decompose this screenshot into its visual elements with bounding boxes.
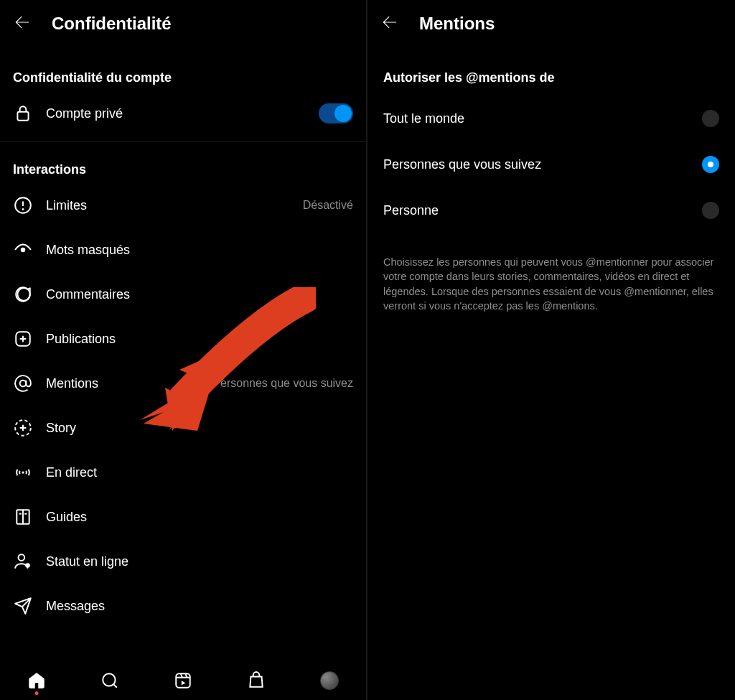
- privacy-settings-pane: Confidentialité Confidentialité du compt…: [0, 0, 368, 700]
- option-people-you-follow-label: Personnes que vous suivez: [383, 157, 541, 172]
- hidden-words-label: Mots masqués: [46, 243, 130, 258]
- live-label: En direct: [46, 465, 97, 480]
- mentions-value: Personnes que vous suivez: [212, 377, 353, 390]
- row-hidden-words[interactable]: Mots masqués: [0, 228, 366, 272]
- row-limits[interactable]: Limites Désactivé: [0, 183, 366, 228]
- activity-status-icon: [13, 551, 33, 571]
- option-people-you-follow[interactable]: Personnes que vous suivez: [368, 141, 735, 187]
- radio-everyone[interactable]: [702, 110, 719, 127]
- at-sign-icon: [13, 373, 33, 393]
- radio-no-one[interactable]: [702, 202, 719, 219]
- row-comments[interactable]: Commentaires: [0, 272, 366, 317]
- comment-icon: [13, 284, 33, 304]
- comments-label: Commentaires: [46, 287, 130, 302]
- limits-value: Désactivé: [303, 199, 353, 212]
- svg-point-19: [25, 563, 30, 568]
- lock-icon: [13, 103, 33, 123]
- radio-people-you-follow[interactable]: [702, 156, 719, 173]
- back-arrow-icon[interactable]: [380, 13, 399, 34]
- nav-home[interactable]: [27, 671, 47, 691]
- profile-avatar: [320, 671, 339, 690]
- option-no-one[interactable]: Personne: [368, 187, 735, 233]
- bottom-navigation: [0, 661, 366, 700]
- messages-label: Messages: [46, 599, 105, 614]
- svg-point-18: [19, 554, 25, 561]
- option-no-one-label: Personne: [383, 203, 439, 218]
- posts-label: Publications: [46, 332, 116, 347]
- page-title-mentions: Mentions: [419, 14, 495, 34]
- svg-line-21: [113, 684, 116, 687]
- nav-profile[interactable]: [319, 671, 340, 691]
- row-posts[interactable]: Publications: [0, 317, 366, 361]
- row-live[interactable]: En direct: [0, 450, 366, 495]
- section-account-privacy: Confidentialité du compte: [0, 42, 366, 91]
- svg-point-20: [103, 673, 115, 686]
- mentions-description: Choisissez les personnes qui peuvent vou…: [368, 233, 735, 313]
- section-interactions: Interactions: [0, 142, 366, 183]
- private-account-label: Compte privé: [46, 106, 123, 121]
- option-everyone-label: Tout le monde: [383, 111, 464, 126]
- nav-search[interactable]: [100, 671, 120, 691]
- guide-book-icon: [13, 507, 33, 527]
- nav-shop[interactable]: [246, 671, 266, 691]
- mentions-label: Mentions: [46, 376, 98, 391]
- section-allow-mentions: Autoriser les @mentions de: [368, 42, 735, 95]
- row-activity-status[interactable]: Statut en ligne: [0, 539, 366, 584]
- row-story[interactable]: Story: [0, 406, 366, 450]
- row-guides[interactable]: Guides: [0, 495, 366, 539]
- header-right: Mentions: [368, 0, 735, 42]
- svg-rect-22: [176, 673, 190, 688]
- send-message-icon: [13, 596, 33, 616]
- row-messages[interactable]: Messages: [0, 584, 366, 628]
- private-account-toggle[interactable]: [319, 103, 353, 123]
- mentions-settings-pane: Mentions Autoriser les @mentions de Tout…: [368, 0, 735, 700]
- option-everyone[interactable]: Tout le monde: [368, 95, 735, 141]
- svg-point-9: [20, 381, 27, 387]
- guides-label: Guides: [46, 510, 87, 525]
- svg-rect-0: [17, 112, 28, 121]
- svg-point-4: [21, 248, 26, 253]
- story-label: Story: [46, 421, 76, 436]
- eye-hidden-icon: [13, 240, 33, 260]
- notification-dot: [35, 691, 39, 695]
- plus-square-icon: [13, 329, 33, 349]
- alert-circle-icon: [13, 195, 33, 215]
- activity-status-label: Statut en ligne: [46, 554, 128, 569]
- back-arrow-icon[interactable]: [13, 13, 32, 34]
- live-broadcast-icon: [13, 462, 33, 482]
- row-private-account[interactable]: Compte privé: [0, 91, 366, 136]
- svg-point-3: [22, 209, 23, 210]
- svg-point-13: [22, 471, 24, 473]
- limits-label: Limites: [46, 198, 87, 213]
- row-mentions[interactable]: Mentions Personnes que vous suivez: [0, 361, 366, 406]
- header-left: Confidentialité: [0, 0, 366, 42]
- page-title-privacy: Confidentialité: [52, 14, 172, 34]
- nav-reels[interactable]: [173, 671, 193, 691]
- story-plus-icon: [13, 418, 33, 438]
